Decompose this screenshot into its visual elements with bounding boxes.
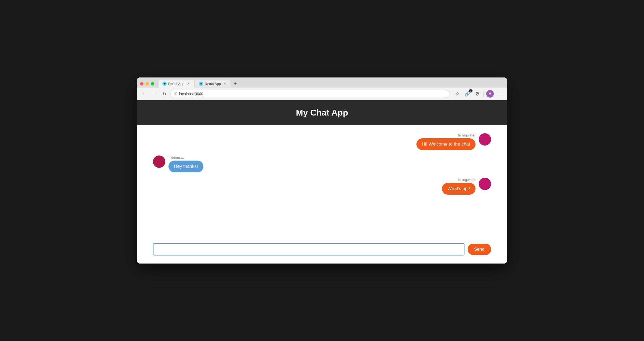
tab-2[interactable]: ⚛ React App ✕: [195, 80, 230, 88]
avatar-hiddenstar: [153, 155, 165, 168]
tab-1-close[interactable]: ✕: [186, 81, 190, 86]
app-container: My Chat App fallingwater Hi! Welcome to …: [137, 100, 507, 264]
username-3: fallingwater: [458, 178, 475, 182]
avatar-fallingwater-2: [479, 178, 491, 190]
minimize-button[interactable]: [145, 82, 149, 86]
app-title: My Chat App: [296, 108, 348, 117]
forward-button[interactable]: →: [151, 90, 158, 97]
window-controls: [140, 82, 154, 86]
message-row-1: fallingwater Hi! Welcome to the chat: [153, 133, 491, 150]
bubble-1: Hi! Welcome to the chat: [416, 138, 475, 150]
react-icon-tab1: ⚛: [162, 81, 167, 86]
menu-button[interactable]: ⋮: [496, 90, 503, 98]
chat-area: fallingwater Hi! Welcome to the chat hid…: [137, 125, 507, 238]
address-text: localhost:3000: [179, 92, 203, 96]
app-header: My Chat App: [137, 100, 507, 125]
message-content-3: fallingwater What's up?: [442, 178, 475, 195]
tab-row: ⚛ React App ✕ ⚛ React App ✕ +: [137, 77, 507, 88]
tab-2-close[interactable]: ✕: [222, 81, 227, 86]
browser-window: ⚛ React App ✕ ⚛ React App ✕ + ← → ↻ ⓘ lo…: [137, 77, 507, 264]
tab-2-label: React App: [205, 82, 221, 86]
toolbar-right: ☆ 🔗 0 ⚙ M ⋮: [454, 90, 503, 98]
avatar-fallingwater-1: [479, 133, 491, 146]
message-content-1: fallingwater Hi! Welcome to the chat: [416, 133, 475, 150]
username-1: fallingwater: [458, 133, 475, 137]
tab-1[interactable]: ⚛ React App ✕: [159, 80, 194, 88]
new-tab-button[interactable]: +: [232, 80, 239, 87]
close-button[interactable]: [140, 82, 144, 86]
bubble-2: Hey thanks!: [169, 161, 203, 172]
message-content-2: hiddenstar Hey thanks!: [169, 155, 203, 172]
react-icon-tab2: ⚛: [199, 81, 203, 86]
extension-button[interactable]: 🔗 0: [463, 90, 471, 98]
title-bar: ⚛ React App ✕ ⚛ React App ✕ + ← → ↻ ⓘ lo…: [137, 77, 507, 100]
username-2: hiddenstar: [169, 155, 203, 160]
input-row: Send: [137, 238, 507, 264]
maximize-button[interactable]: [151, 82, 154, 86]
address-bar-row: ← → ↻ ⓘ localhost:3000 ☆ 🔗 0 ⚙ M ⋮: [137, 88, 507, 100]
message-row-2: hiddenstar Hey thanks!: [153, 155, 491, 172]
extension-badge: 0: [469, 89, 473, 92]
send-button[interactable]: Send: [468, 244, 491, 255]
message-input[interactable]: [153, 243, 464, 255]
message-row-3: fallingwater What's up?: [153, 178, 491, 195]
bookmark-button[interactable]: ☆: [454, 90, 461, 98]
profile-avatar[interactable]: M: [486, 90, 494, 98]
back-button[interactable]: ←: [141, 90, 148, 97]
info-icon: ⓘ: [174, 91, 177, 96]
another-extension-button[interactable]: ⚙: [474, 90, 481, 98]
toolbar-separator: [483, 91, 484, 97]
tab-1-label: React App: [168, 82, 184, 86]
reload-button[interactable]: ↻: [161, 90, 168, 98]
address-bar[interactable]: ⓘ localhost:3000: [170, 90, 449, 98]
bubble-3: What's up?: [442, 183, 475, 195]
